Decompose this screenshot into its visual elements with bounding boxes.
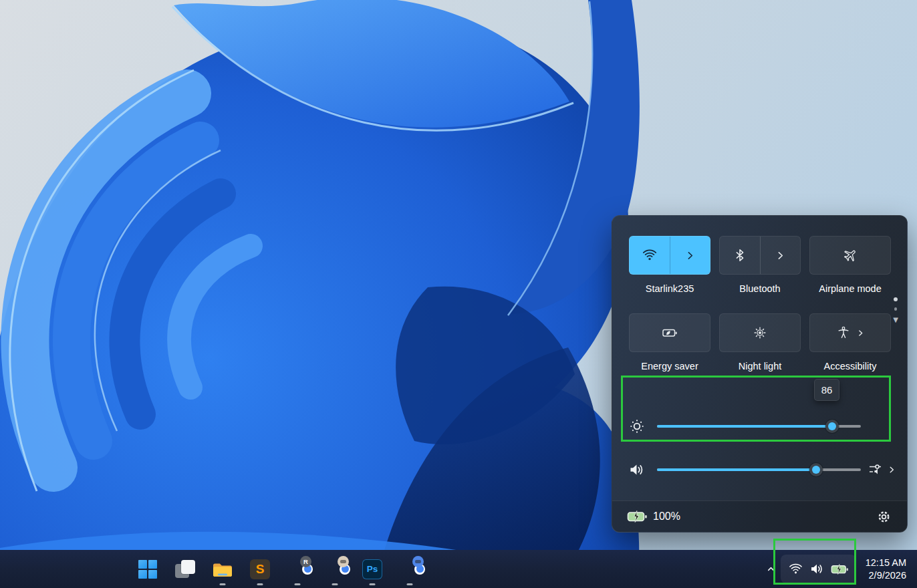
chevron-right-icon bbox=[856, 329, 865, 337]
night-light-icon bbox=[753, 325, 767, 340]
chrome-profile-badge: R bbox=[300, 556, 311, 567]
file-explorer-button[interactable] bbox=[204, 550, 241, 588]
chrome-icon: R bbox=[287, 559, 307, 579]
audio-output-icon[interactable] bbox=[868, 462, 883, 477]
energy-saver-cell: Energy saver bbox=[629, 313, 710, 372]
wifi-expand-button[interactable] bbox=[670, 237, 710, 274]
start-button[interactable] bbox=[129, 550, 166, 588]
wifi-tile[interactable] bbox=[629, 236, 710, 275]
night-light-tile[interactable] bbox=[719, 313, 801, 352]
chrome-profile-badge bbox=[338, 556, 349, 567]
airplane-mode-label: Airplane mode bbox=[819, 283, 882, 295]
brightness-icon bbox=[628, 418, 646, 435]
running-indicator bbox=[220, 583, 226, 585]
wifi-tray-icon bbox=[788, 561, 803, 577]
chrome-icon bbox=[400, 559, 420, 579]
bluetooth-expand-button[interactable] bbox=[761, 237, 801, 274]
quick-settings-tile-grid: Starlink235 Blu bbox=[629, 236, 891, 372]
bluetooth-icon bbox=[733, 248, 747, 263]
battery-tray-icon bbox=[831, 563, 849, 575]
chevron-right-icon bbox=[684, 250, 696, 261]
volume-tray-icon bbox=[809, 561, 825, 577]
battery-charging-icon bbox=[627, 510, 648, 523]
sublime-text-button[interactable]: S bbox=[241, 550, 279, 588]
battery-percent-label: 100% bbox=[653, 510, 680, 523]
taskbar-app-icons: S R Ps bbox=[129, 550, 428, 588]
clock-time: 12:15 AM bbox=[866, 557, 906, 569]
desktop: Starlink235 Blu bbox=[0, 0, 917, 588]
taskbar: S R Ps bbox=[0, 550, 917, 588]
chrome-icon bbox=[325, 559, 345, 579]
folder-icon bbox=[212, 560, 233, 579]
running-indicator bbox=[370, 583, 376, 585]
bluetooth-tile[interactable] bbox=[719, 236, 801, 275]
accessibility-cell: Accessibility bbox=[809, 313, 891, 372]
pager-dot[interactable] bbox=[894, 307, 898, 311]
energy-saver-tile[interactable] bbox=[629, 313, 710, 352]
volume-slider[interactable] bbox=[657, 463, 861, 476]
wifi-icon bbox=[642, 247, 658, 263]
volume-row bbox=[612, 455, 907, 484]
accessibility-icon bbox=[836, 325, 851, 340]
volume-fill bbox=[657, 468, 816, 471]
night-light-label: Night light bbox=[739, 360, 781, 372]
running-indicator bbox=[295, 583, 301, 585]
wifi-toggle[interactable] bbox=[630, 237, 670, 274]
pager-dot-active[interactable] bbox=[894, 297, 898, 301]
energy-saver-icon bbox=[662, 325, 678, 341]
bluetooth-toggle[interactable] bbox=[720, 237, 760, 274]
airplane-mode-tile[interactable] bbox=[809, 236, 891, 275]
chrome-profile-2-button[interactable] bbox=[316, 550, 354, 588]
brightness-fill bbox=[657, 425, 832, 428]
hidden-icons-button[interactable] bbox=[762, 550, 779, 588]
bluetooth-cell: Bluetooth bbox=[719, 236, 801, 295]
chevron-up-icon bbox=[766, 564, 776, 574]
battery-status-button[interactable]: 100% bbox=[627, 510, 680, 523]
brightness-row bbox=[612, 412, 907, 441]
energy-saver-label: Energy saver bbox=[641, 360, 698, 372]
settings-button[interactable] bbox=[875, 508, 892, 525]
taskbar-clock[interactable]: 12:15 AM 2/9/2026 bbox=[866, 550, 906, 588]
brightness-thumb[interactable] bbox=[825, 420, 839, 433]
wifi-cell: Starlink235 bbox=[629, 236, 710, 295]
chrome-profile-3-button[interactable] bbox=[391, 550, 428, 588]
bluetooth-label: Bluetooth bbox=[739, 283, 780, 295]
airplane-cell: Airplane mode bbox=[809, 236, 891, 295]
night-light-cell: Night light bbox=[719, 313, 801, 372]
accessibility-tile[interactable] bbox=[809, 313, 891, 352]
quick-settings-pager: ▼ bbox=[893, 297, 898, 323]
quick-settings-footer: 100% bbox=[612, 500, 907, 532]
brightness-slider[interactable] bbox=[657, 420, 861, 433]
accessibility-label: Accessibility bbox=[824, 360, 877, 372]
chrome-profile-r-button[interactable]: R bbox=[279, 550, 316, 588]
task-view-button[interactable] bbox=[166, 550, 204, 588]
speaker-icon bbox=[628, 461, 646, 478]
system-tray-quick-settings[interactable] bbox=[781, 555, 856, 583]
expand-down-icon[interactable]: ▼ bbox=[893, 317, 898, 323]
chevron-right-icon[interactable] bbox=[887, 465, 896, 474]
running-indicator bbox=[257, 583, 263, 585]
running-indicator bbox=[407, 583, 413, 585]
sublime-text-icon: S bbox=[250, 559, 270, 579]
chrome-profile-badge bbox=[412, 556, 424, 567]
photoshop-icon: Ps bbox=[362, 559, 382, 579]
running-indicator bbox=[332, 583, 338, 585]
task-view-icon bbox=[175, 560, 195, 579]
clock-date: 2/9/2026 bbox=[866, 569, 906, 582]
windows-logo-icon bbox=[138, 560, 157, 579]
photoshop-button[interactable]: Ps bbox=[354, 550, 391, 588]
airplane-icon bbox=[842, 247, 858, 263]
brightness-value-tooltip: 86 bbox=[814, 379, 839, 401]
gear-icon bbox=[876, 509, 892, 525]
volume-thumb[interactable] bbox=[809, 463, 823, 476]
chevron-right-icon bbox=[775, 250, 786, 261]
wifi-label: Starlink235 bbox=[646, 283, 694, 295]
quick-settings-panel: Starlink235 Blu bbox=[612, 215, 908, 533]
